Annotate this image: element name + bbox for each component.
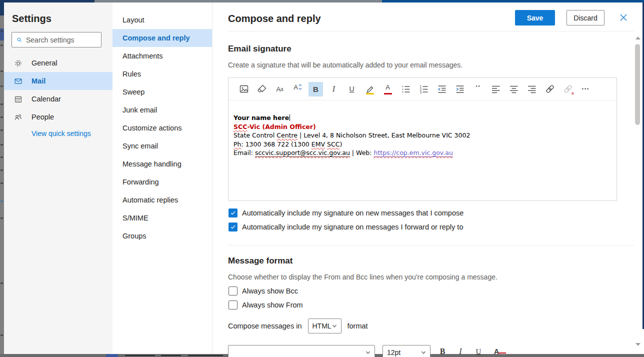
signature-web-link[interactable]: https://cop.em.vic.gov.au — [374, 149, 452, 157]
checkbox-unchecked-icon[interactable] — [228, 286, 238, 296]
signature-line-address: State Control Centre | Level 4, 8 Nichol… — [234, 131, 616, 140]
sidebar-item-label: Calendar — [32, 95, 61, 103]
font-family-select[interactable] — [228, 345, 375, 357]
sidebar-item-label: General — [32, 59, 58, 67]
nav-item-groups[interactable]: Groups — [112, 227, 212, 245]
nav-item-customize-actions[interactable]: Customize actions — [112, 119, 212, 137]
settings-sidebar: Settings Search settings General Mail — [4, 2, 112, 354]
nav-item-sync-email[interactable]: Sync email — [112, 137, 212, 155]
svg-text:3: 3 — [420, 90, 422, 94]
save-button[interactable]: Save — [515, 10, 555, 26]
mail-settings-nav: Layout Compose and reply Attachments Rul… — [112, 2, 212, 354]
bold-icon[interactable]: B — [308, 82, 323, 96]
message-format-description: Choose whether to display the From and B… — [228, 273, 498, 281]
signature-line-contact: Email: sccvic.support@scc.vic.gov.au | W… — [234, 148, 616, 158]
nav-item-compose-and-reply[interactable]: Compose and reply — [112, 29, 212, 47]
signature-text-area[interactable]: Your name here SCC-Vic (Admin Officer) S… — [228, 100, 616, 158]
message-format-heading: Message format — [228, 256, 292, 266]
signature-line-role: SCC-Vic (Admin Officer) — [234, 122, 616, 132]
more-options-icon[interactable]: ••• — [578, 82, 593, 96]
underline-icon[interactable]: U — [344, 82, 359, 96]
always-show-from-checkbox-row[interactable]: Always show From — [228, 300, 303, 310]
close-icon[interactable] — [618, 12, 628, 22]
bullet-list-icon[interactable] — [398, 82, 413, 96]
chevron-down-icon — [332, 324, 337, 328]
header-divider — [228, 31, 634, 32]
decrease-indent-icon[interactable] — [434, 82, 449, 96]
compose-format-select[interactable]: HTML — [308, 318, 342, 334]
sidebar-item-people[interactable]: People — [4, 108, 112, 126]
search-icon — [17, 38, 22, 42]
include-signature-reply-checkbox-row[interactable]: Automatically include my signature on me… — [228, 222, 463, 232]
default-italic-icon[interactable]: I — [454, 345, 467, 357]
nav-item-attachments[interactable]: Attachments — [112, 47, 212, 65]
discard-button[interactable]: Discard — [566, 10, 604, 26]
align-center-icon[interactable] — [506, 82, 521, 96]
default-font-color-icon[interactable]: A — [490, 345, 503, 357]
insert-image-icon[interactable] — [236, 82, 251, 96]
signature-line-phone: Ph: 1300 368 722 (1300 EMV SCC) — [234, 140, 616, 149]
sidebar-item-mail[interactable]: Mail — [4, 72, 112, 90]
align-left-icon[interactable] — [488, 82, 503, 96]
include-signature-new-checkbox-row[interactable]: Automatically include my signature on ne… — [228, 208, 464, 218]
search-input[interactable]: Search settings — [12, 32, 102, 48]
nav-item-junk-email[interactable]: Junk email — [112, 101, 212, 119]
numbered-list-icon[interactable]: 1 2 3 — [416, 82, 431, 96]
highlight-icon[interactable] — [362, 82, 377, 96]
scrollbar-up-arrow[interactable] — [636, 36, 640, 40]
compose-format-suffix: format — [348, 322, 368, 330]
checkbox-checked-icon[interactable] — [228, 208, 238, 218]
sidebar-item-calendar[interactable]: Calendar — [4, 90, 112, 108]
nav-item-rules[interactable]: Rules — [112, 65, 212, 83]
people-icon — [14, 113, 22, 122]
font-size-icon[interactable]: A — [290, 82, 305, 96]
increase-indent-icon[interactable] — [452, 82, 467, 96]
default-bold-icon[interactable]: B — [436, 345, 449, 357]
italic-icon[interactable]: I — [326, 82, 341, 96]
font-size-value: 12pt — [387, 348, 400, 356]
format-painter-icon[interactable] — [254, 82, 269, 96]
default-underline-icon[interactable]: U — [472, 345, 485, 357]
font-size-select[interactable]: 12pt — [382, 345, 430, 357]
signature-editor-toolbar: Aa A B I U A — [228, 78, 616, 100]
settings-title: Settings — [12, 13, 52, 24]
nav-item-smime[interactable]: S/MIME — [112, 209, 212, 227]
nav-item-message-handling[interactable]: Message handling — [112, 155, 212, 173]
quote-icon[interactable]: ” — [470, 82, 485, 96]
chevron-down-icon — [366, 350, 370, 355]
nav-item-layout[interactable]: Layout — [112, 11, 212, 29]
signature-line-name: Your name here — [234, 114, 616, 122]
calendar-icon — [14, 95, 22, 104]
checkbox-unchecked-icon[interactable] — [228, 300, 238, 310]
background-left-edge — [0, 2, 4, 354]
align-right-icon[interactable] — [524, 82, 539, 96]
sidebar-item-label: People — [32, 113, 54, 121]
scrollbar-down-arrow[interactable] — [636, 343, 640, 346]
scrollbar-thumb[interactable] — [635, 44, 640, 125]
checkbox-checked-icon[interactable] — [228, 222, 238, 232]
compose-format-prefix: Compose messages in — [228, 322, 302, 330]
nav-item-forwarding[interactable]: Forwarding — [112, 173, 212, 191]
insert-link-icon[interactable] — [542, 82, 557, 96]
nav-item-automatic-replies[interactable]: Automatic replies — [112, 191, 212, 209]
signature-editor: Aa A B I U A — [228, 78, 617, 201]
remove-link-icon[interactable]: × — [560, 82, 575, 96]
nav-item-sweep[interactable]: Sweep — [112, 83, 212, 101]
compose-format-row: Compose messages in HTML format — [228, 318, 368, 334]
background-badge — [106, 354, 118, 357]
text-caret — [290, 114, 290, 121]
section-divider — [228, 245, 634, 246]
sidebar-item-general[interactable]: General — [4, 54, 112, 72]
view-quick-settings-link[interactable]: View quick settings — [32, 130, 91, 138]
email-signature-description: Create a signature that will be automati… — [228, 61, 462, 69]
search-placeholder: Search settings — [26, 36, 74, 44]
sidebar-item-label: Mail — [32, 77, 46, 85]
chevron-down-icon — [421, 350, 426, 355]
gear-icon — [14, 59, 22, 68]
signature-email-link[interactable]: sccvic.support@scc.vic.gov.au — [255, 149, 350, 157]
mail-icon — [14, 77, 22, 86]
always-show-bcc-checkbox-row[interactable]: Always show Bcc — [228, 286, 298, 296]
font-name-icon[interactable]: Aa — [272, 82, 287, 96]
font-color-icon[interactable]: A — [380, 82, 395, 96]
email-signature-heading: Email signature — [228, 44, 292, 54]
